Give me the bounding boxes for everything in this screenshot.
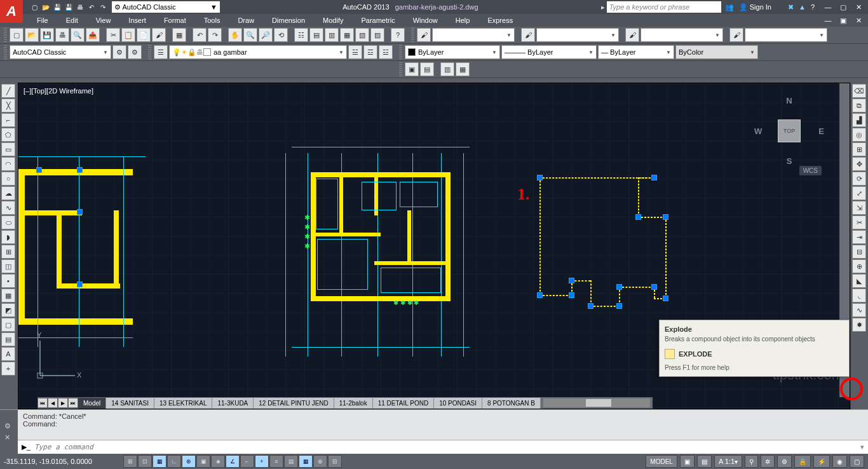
layer-prev[interactable]: ☲ [363, 45, 377, 59]
close-button[interactable]: ✕ [851, 2, 865, 12]
menu-edit[interactable]: Edit [57, 14, 87, 27]
menu-draw[interactable]: Draw [229, 14, 263, 27]
undo-icon[interactable]: ↶ [86, 2, 97, 12]
blockeditor-button[interactable]: ▦ [172, 28, 186, 42]
trim-tool[interactable]: ✂ [852, 215, 866, 229]
mdi-restore[interactable]: ▣ [836, 15, 850, 25]
block-tool[interactable]: ◫ [1, 259, 15, 273]
viewcube[interactable]: N S W E TOP [754, 96, 824, 166]
exchange-icon[interactable]: ✖ [788, 3, 794, 11]
layout-tab[interactable]: 11-2balok [334, 398, 373, 409]
layer-dropdown[interactable]: 💡☀🔒🖶aa gambar ▼ [169, 45, 347, 59]
quickcalc-button[interactable]: ▨ [370, 28, 384, 42]
menu-insert[interactable]: Insert [119, 14, 155, 27]
blend-tool[interactable]: ∿ [852, 303, 866, 317]
osnap-toggle[interactable]: ▣ [196, 455, 210, 468]
ducs-toggle[interactable]: ⌐ [240, 455, 254, 468]
xline-tool[interactable]: ╳ [1, 99, 15, 112]
hscrollbar[interactable] [543, 398, 650, 407]
erase-tool[interactable]: ⌫ [852, 84, 866, 98]
sc-toggle[interactable]: ⊕ [313, 455, 327, 468]
scale-tool[interactable]: ⤢ [852, 186, 866, 200]
move-tool[interactable]: ✥ [852, 157, 866, 171]
qnew-button[interactable]: ▢ [10, 28, 24, 42]
fillet-tool[interactable]: ◟ [852, 289, 866, 302]
rotate-tool[interactable]: ⟳ [852, 172, 866, 186]
stretch-tool[interactable]: ⇲ [852, 201, 866, 215]
gradient-tool[interactable]: ◩ [1, 303, 15, 317]
layer-match[interactable]: ☱ [348, 45, 362, 59]
publish-button[interactable]: 📤 [86, 28, 100, 42]
mdi-minimize[interactable]: — [821, 15, 835, 25]
style-brush[interactable]: 🖌 [417, 28, 431, 42]
autodesk360-icon[interactable]: 👥 [725, 3, 734, 11]
help-icon[interactable]: ? [811, 3, 815, 11]
isolate-objects[interactable]: ◉ [832, 455, 847, 468]
command-recent[interactable]: ▾ [860, 443, 864, 451]
table-tool[interactable]: ▤ [1, 332, 15, 346]
viewport-controls[interactable]: [–][Top][2D Wireframe] [24, 87, 93, 95]
break-tool[interactable]: ⊟ [852, 245, 866, 259]
toolpalette-button[interactable]: ▥ [325, 28, 339, 42]
sheetset-button[interactable]: ▦ [340, 28, 354, 42]
hardware-accel[interactable]: ⚡ [813, 455, 830, 468]
paste-button[interactable]: 📄 [137, 28, 151, 42]
matchprop-button[interactable]: 🖌 [152, 28, 166, 42]
addselected-tool[interactable]: + [1, 362, 15, 376]
layout-tab[interactable]: 8 POTONGAN B [482, 398, 541, 409]
menu-window[interactable]: Window [404, 14, 447, 27]
spline-tool[interactable]: ∿ [1, 201, 15, 215]
ellipsearc-tool[interactable]: ◗ [1, 230, 15, 244]
saveas-icon[interactable]: 💾 [64, 2, 74, 12]
signin-button[interactable]: 👤 Sign In [739, 3, 771, 11]
command-input[interactable] [34, 443, 857, 451]
quickview-layouts[interactable]: ▣ [680, 455, 695, 468]
new-icon[interactable]: ▢ [29, 2, 39, 12]
qp-toggle[interactable]: ▦ [299, 455, 313, 468]
viewcube-top[interactable]: TOP [778, 119, 801, 142]
stayconnected-icon[interactable]: ▲ [799, 3, 806, 11]
layout-tab-model[interactable]: Model [78, 398, 106, 409]
zoomrt-button[interactable]: 🔍 [243, 28, 257, 42]
refset-add[interactable]: ▤ [420, 62, 434, 76]
menu-file[interactable]: File [28, 14, 57, 27]
3dosnap-toggle[interactable]: ◈ [211, 455, 225, 468]
plot-button[interactable]: 🖶 [55, 28, 69, 42]
mdi-close[interactable]: ✕ [851, 15, 865, 25]
pline-tool[interactable]: ⌐ [1, 113, 15, 127]
mirror-tool[interactable]: ▟ [852, 113, 866, 127]
pan-button[interactable]: ✋ [228, 28, 242, 42]
tablestyle-dropdown[interactable]: ▼ [641, 28, 723, 42]
hatch-tool[interactable]: ▦ [1, 289, 15, 302]
open-button[interactable]: 📂 [25, 28, 39, 42]
join-tool[interactable]: ⊕ [852, 259, 866, 273]
color-dropdown[interactable]: ByLayer▼ [405, 45, 500, 59]
copy-tool[interactable]: ⧉ [852, 99, 866, 112]
dimstyle-dropdown[interactable]: ▼ [536, 28, 619, 42]
menu-format[interactable]: Format [155, 14, 195, 27]
tab-first[interactable]: ⏮ [37, 398, 48, 408]
plot-icon[interactable]: 🖶 [75, 2, 85, 12]
zoomprev-button[interactable]: ⟲ [274, 28, 288, 42]
mtext-tool[interactable]: A [1, 347, 15, 361]
layout-tab[interactable]: 11 DETAIL POND [373, 398, 434, 409]
textstyle-dropdown[interactable]: ▼ [432, 28, 515, 42]
quickview-drawings[interactable]: ▤ [697, 455, 712, 468]
copy-button[interactable]: 📋 [121, 28, 135, 42]
linetype-dropdown[interactable]: ——— ByLayer▼ [501, 45, 597, 59]
menu-express[interactable]: Express [478, 14, 522, 27]
layout-tab[interactable]: 10 PONDASI [434, 398, 482, 409]
refclose-save[interactable]: ▦ [456, 62, 470, 76]
tab-last[interactable]: ⏭ [68, 398, 78, 408]
circle-tool[interactable]: ○ [1, 172, 15, 186]
drawing-area[interactable]: [–][Top][2D Wireframe] N S W E TOP WCS Y… [18, 83, 850, 409]
redo-icon[interactable]: ↷ [98, 2, 108, 12]
refset-remove[interactable]: ▥ [440, 62, 454, 76]
maximize-button[interactable]: ▢ [836, 2, 850, 12]
help-button2[interactable]: ? [391, 28, 405, 42]
annoscale-dropdown[interactable]: A 1:1 ▾ [714, 455, 742, 468]
explode-tool[interactable]: ✸ [852, 318, 866, 332]
undo-button[interactable]: ↶ [193, 28, 207, 42]
insert-tool[interactable]: ⊞ [1, 245, 15, 259]
menu-view[interactable]: View [87, 14, 120, 27]
